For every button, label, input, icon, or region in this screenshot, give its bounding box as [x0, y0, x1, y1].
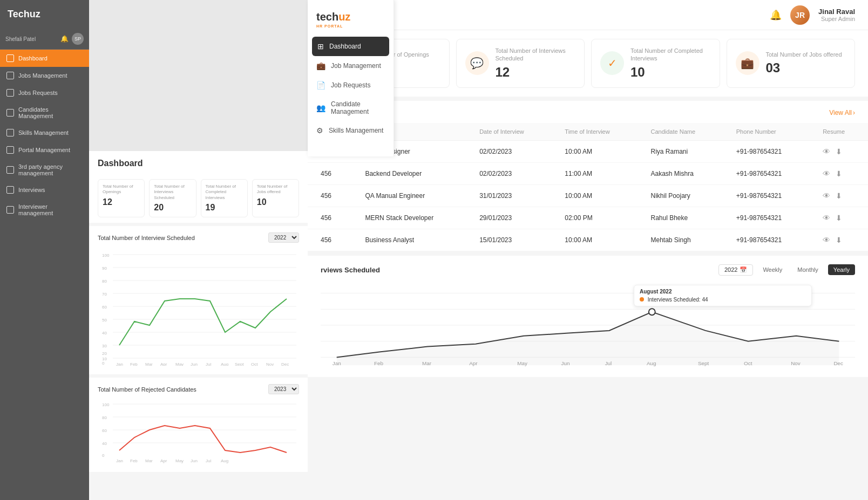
svg-text:Oct: Oct [251, 362, 258, 366]
view-icon-0[interactable]: 👁 [823, 147, 830, 156]
year-badge[interactable]: 2022 📅 [718, 264, 753, 276]
view-icon-3[interactable]: 👁 [823, 214, 830, 222]
view-all-button[interactable]: View All › [829, 109, 855, 117]
cell-actions-1: 👁 ⬇ [810, 162, 868, 184]
period-monthly-btn[interactable]: Monthly [792, 264, 824, 275]
cell-job-1: Backend Developer [352, 162, 466, 184]
svg-text:Jul: Jul [605, 360, 612, 366]
charts-header: rviews Scheduled 2022 📅 Weekly Monthly Y… [321, 264, 855, 276]
svg-text:80: 80 [102, 279, 107, 284]
sidebar-item-icon-7 [6, 186, 14, 194]
mini-chart-title-1: Total Number of Interview Scheduled [98, 235, 195, 241]
sidebar-item-label-0: Dashboard [18, 55, 48, 61]
view-icon-1[interactable]: 👁 [823, 169, 830, 178]
mini-line-chart-1: 100 90 80 70 60 50 40 30 20 10 0 Jan [98, 247, 299, 366]
sidebar-item-label-1: Jobs Management [18, 72, 67, 79]
download-icon-2[interactable]: ⬇ [836, 191, 842, 200]
mini-stat-completed-label: Total Number of Completed Interviews [206, 184, 243, 201]
svg-text:Mar: Mar [145, 362, 153, 366]
stat-content-completed: Total Number of Completed Interviews 10 [630, 47, 711, 80]
nav-logo-subtitle: HR PORTAL [316, 24, 385, 28]
svg-text:Jun: Jun [561, 360, 570, 366]
table-row: 456 Business Analyst 15/01/2023 10:00 AM… [308, 229, 868, 251]
table-row: 456 QA Manual Engineer 31/01/2023 10:00 … [308, 184, 868, 207]
svg-text:Jul: Jul [206, 458, 211, 463]
nav-label-0: Dashboard [329, 43, 361, 50]
svg-text:Jan: Jan [116, 362, 123, 366]
svg-text:Feb: Feb [130, 458, 138, 463]
cell-date-2: 31/01/2023 [466, 184, 552, 207]
view-icon-2[interactable]: 👁 [823, 191, 830, 200]
period-weekly-btn[interactable]: Weekly [757, 264, 788, 275]
stat-icon-scheduled: 💬 [465, 51, 489, 75]
view-icon-4[interactable]: 👁 [823, 236, 830, 244]
sidebar-item-jobs-requests[interactable]: Jobs Requests [0, 84, 89, 101]
notification-icon[interactable]: 🔔 [770, 9, 782, 21]
sidebar-logo: Techuz [0, 0, 89, 29]
mini-year-select-1[interactable]: 2022 2021 [268, 232, 299, 243]
interviews-chart-container: Jan Feb Mar Apr May Jun Jul Aug Sept Oct… [321, 282, 855, 368]
svg-text:Aug: Aug [221, 458, 228, 463]
mini-stat-offered-value: 10 [257, 197, 294, 207]
download-icon-3[interactable]: ⬇ [836, 214, 842, 222]
sidebar-item-dashboard[interactable]: Dashboard [0, 50, 89, 67]
sidebar-item-icon-3 [6, 109, 14, 117]
nav-item-dashboard[interactable]: ⊞ Dashboard [312, 37, 389, 56]
nav-icon-0: ⊞ [317, 42, 324, 51]
sidebar-item-label-7: Interviews [18, 187, 45, 193]
mini-stat-completed-value: 19 [206, 203, 243, 213]
svg-text:80: 80 [102, 415, 107, 420]
sidebar-item-jobs-management[interactable]: Jobs Management [0, 67, 89, 84]
nav-label-3: Candidate Management [331, 100, 385, 115]
sidebar-item-portal-management[interactable]: Portal Management [0, 141, 89, 159]
charts-title: rviews Scheduled [321, 266, 380, 274]
download-icon-1[interactable]: ⬇ [836, 169, 842, 178]
mini-stat-offered-label: Total Number of Jobs offered [257, 184, 294, 195]
stat-card-offered: 💼 Total Number of Jobs offered 03 [727, 39, 856, 88]
sidebar-item-candidates-management[interactable]: Candidates Management [0, 101, 89, 124]
sidebar-item-icon-8 [6, 206, 14, 214]
cell-candidate-3: Rahul Bheke [638, 207, 723, 229]
col-date: Date of Interview [466, 123, 552, 141]
user-avatar: JR [790, 5, 810, 25]
cell-candidate-1: Aakash Mishra [638, 162, 723, 184]
stat-label-offered: Total Number of Jobs offered [766, 51, 846, 58]
sidebar-item-3rd-party-agency-management[interactable]: 3rd party agency management [0, 159, 89, 181]
nav-item-skills-management[interactable]: ⚙ Skills Management [308, 121, 394, 140]
download-icon-4[interactable]: ⬇ [836, 236, 842, 244]
sidebar-item-label-5: Portal Management [18, 147, 70, 153]
svg-text:Oct: Oct [744, 360, 752, 366]
sidebar-item-interviewer-management[interactable]: Interviewer management [0, 198, 89, 221]
period-yearly-btn[interactable]: Yearly [828, 264, 855, 275]
stat-card-scheduled: 💬 Total Number of Interviews Scheduled 1… [456, 39, 585, 88]
mini-chart-section-1: Total Number of Interview Scheduled 2022… [89, 226, 308, 374]
tooltip-value: Interviews Scheduled: 44 [640, 297, 806, 303]
cell-candidate-4: Mehtab Singh [638, 229, 723, 251]
svg-text:40: 40 [102, 441, 107, 446]
tooltip-dot [640, 297, 644, 302]
svg-text:Jan: Jan [333, 360, 341, 366]
svg-text:60: 60 [102, 305, 107, 310]
rp-header-right: 🔔 JR Jinal Raval Super Admin [770, 5, 855, 25]
sidebar-item-skills-management[interactable]: Skills Management [0, 124, 89, 141]
svg-text:Dec: Dec [833, 360, 843, 366]
nav-item-job-requests[interactable]: 📄 Job Requests [308, 76, 394, 95]
stat-icon-offered: 💼 [736, 51, 760, 75]
svg-text:Dec: Dec [281, 362, 289, 366]
sidebar-bell-icon[interactable]: 🔔 [60, 35, 69, 43]
stat-value-scheduled: 12 [496, 65, 576, 80]
sidebar-item-label-3: Candidates Management [18, 106, 83, 119]
col-candidate: Candidate Name [638, 123, 723, 141]
nav-item-job-management[interactable]: 💼 Job Management [308, 56, 394, 76]
cell-date-4: 15/01/2023 [466, 229, 552, 251]
nav-item-candidate-management[interactable]: 👥 Candidate Management [308, 95, 394, 121]
col-phone: Phone Number [723, 123, 810, 141]
svg-text:Nov: Nov [266, 362, 274, 366]
sidebar-item-interviews[interactable]: Interviews [0, 181, 89, 198]
sidebar-item-icon-4 [6, 129, 14, 136]
mini-year-select-2[interactable]: 2023 2022 [268, 384, 299, 394]
sidebar-item-icon-2 [6, 89, 14, 97]
download-icon-0[interactable]: ⬇ [836, 147, 842, 156]
cell-time-1: 11:00 AM [552, 162, 638, 184]
sidebar-item-label-6: 3rd party agency management [18, 163, 83, 176]
